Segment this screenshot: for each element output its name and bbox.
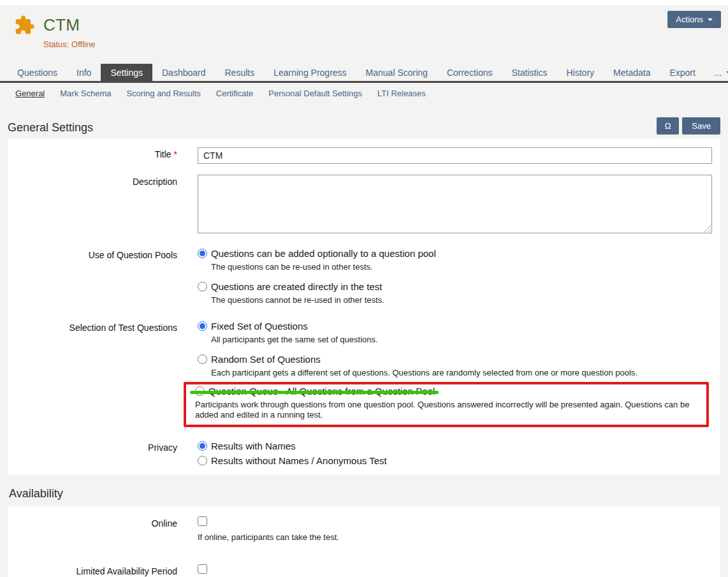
privacy-row: Privacy Results with Names Results witho…	[8, 441, 720, 466]
availability-heading: Availability	[9, 487, 728, 500]
chevron-down-icon	[708, 18, 713, 21]
tab-statistics[interactable]: Statistics	[502, 64, 557, 81]
radio-help-text: Participants work through questions from…	[195, 400, 699, 420]
radio-label: Question Queue - All Questions from a Qu…	[208, 386, 435, 397]
privacy-label: Privacy	[8, 441, 198, 453]
radio-label: Fixed Set of Questions	[211, 321, 308, 332]
selection-option-random-line: Random Set of Questions	[198, 354, 712, 365]
selection-option-queue-line: Question Queue - All Questions from a Qu…	[195, 386, 699, 397]
general-settings-toolbar: General Settings Ω Save	[0, 117, 728, 135]
results-anonymous-radio[interactable]	[198, 456, 207, 465]
general-settings-form: Title * Description Use of Question Pool…	[8, 138, 720, 475]
pool-option-optional: Questions can be added optionally to a q…	[198, 248, 712, 272]
tab-questions[interactable]: Questions	[8, 64, 67, 81]
radio-help-text: The questions can be re-used in other te…	[211, 262, 712, 272]
description-textarea[interactable]	[198, 175, 712, 233]
sub-tabbar: General Mark Schema Scoring and Results …	[0, 83, 728, 98]
subtab-general[interactable]: General	[15, 89, 45, 98]
page-header: CTM Status: Offline Actions	[0, 5, 728, 49]
radio-label: Questions are created directly in the te…	[211, 281, 382, 292]
limited-period-label: Limited Availability Period	[8, 564, 198, 576]
fixed-set-radio[interactable]	[198, 321, 207, 331]
results-with-names-radio[interactable]	[198, 441, 207, 451]
description-label: Description	[8, 175, 198, 187]
limited-period-row: Limited Availability Period	[8, 564, 720, 576]
selection-option-random: Random Set of Questions Each participant…	[198, 354, 712, 378]
privacy-anonymous-line: Results without Names / Anonymous Test	[198, 455, 712, 466]
subtab-personal-defaults[interactable]: Personal Default Settings	[268, 89, 362, 98]
pool-direct-radio[interactable]	[198, 282, 207, 291]
tab-more-label: ...	[715, 68, 722, 78]
tab-learning-progress[interactable]: Learning Progress	[264, 64, 356, 81]
status-badge: Status: Offline	[43, 40, 720, 49]
online-checkbox[interactable]	[198, 516, 207, 526]
pool-option-direct: Questions are created directly in the te…	[198, 281, 712, 305]
question-queue-radio[interactable]	[195, 386, 205, 396]
pool-option-direct-line: Questions are created directly in the te…	[198, 281, 712, 292]
tab-more[interactable]: ...	[705, 64, 728, 81]
privacy-with-names-line: Results with Names	[198, 441, 712, 451]
availability-form: Online If online, participants can take …	[8, 506, 720, 577]
question-selection-row: Selection of Test Questions Fixed Set of…	[8, 321, 720, 427]
tab-results[interactable]: Results	[215, 64, 265, 81]
random-set-radio[interactable]	[198, 354, 207, 364]
radio-label: Results without Names / Anonymous Test	[211, 455, 387, 466]
tab-settings[interactable]: Settings	[101, 64, 152, 81]
selection-option-fixed-line: Fixed Set of Questions	[198, 321, 712, 332]
question-pools-row: Use of Question Pools Questions can be a…	[8, 248, 720, 305]
radio-label: Random Set of Questions	[211, 354, 321, 365]
actions-button[interactable]: Actions	[667, 11, 721, 28]
tab-corrections[interactable]: Corrections	[437, 64, 502, 81]
subtab-certificate[interactable]: Certificate	[216, 89, 254, 98]
tab-info[interactable]: Info	[67, 64, 101, 81]
radio-help-text: Each participant gets a different set of…	[211, 368, 712, 378]
title-input[interactable]	[198, 147, 712, 164]
general-settings-heading: General Settings	[8, 121, 93, 135]
tab-dashboard[interactable]: Dashboard	[152, 64, 215, 81]
main-tabbar: Questions Info Settings Dashboard Result…	[0, 64, 728, 83]
chevron-down-icon	[726, 71, 728, 74]
description-row: Description	[8, 175, 720, 233]
page-title: CTM	[43, 15, 80, 35]
question-queue-annotation-box: Question Queue - All Questions from a Qu…	[184, 382, 709, 427]
online-label: Online	[8, 516, 198, 529]
tab-history[interactable]: History	[557, 64, 604, 81]
top-strip	[0, 0, 728, 5]
online-help-text: If online, participants can take the tes…	[198, 532, 712, 543]
subtab-scoring-results[interactable]: Scoring and Results	[126, 89, 200, 98]
puzzle-icon	[14, 15, 35, 36]
actions-button-label: Actions	[676, 15, 703, 24]
subtab-lti-releases[interactable]: LTI Releases	[377, 89, 426, 98]
radio-help-text: All participants get the same set of que…	[211, 335, 712, 345]
subtab-mark-schema[interactable]: Mark Schema	[60, 89, 111, 98]
tab-export[interactable]: Export	[660, 64, 704, 81]
selection-option-fixed: Fixed Set of Questions All participants …	[198, 321, 712, 345]
question-pools-label: Use of Question Pools	[8, 248, 198, 260]
tab-manual-scoring[interactable]: Manual Scoring	[356, 64, 437, 81]
pool-option-optional-line: Questions can be added optionally to a q…	[198, 248, 712, 259]
save-button[interactable]: Save	[682, 117, 720, 135]
limited-period-checkbox[interactable]	[198, 564, 207, 574]
title-label-text: Title	[155, 149, 171, 159]
title-label: Title *	[8, 147, 198, 159]
pool-optional-radio[interactable]	[198, 249, 207, 258]
radio-label: Questions can be added optionally to a q…	[211, 248, 436, 259]
online-row: Online If online, participants can take …	[8, 516, 720, 543]
title-row: Title *	[8, 147, 720, 164]
radio-label: Results with Names	[211, 441, 296, 451]
omega-button[interactable]: Ω	[657, 117, 680, 135]
question-selection-label: Selection of Test Questions	[8, 321, 198, 333]
required-mark: *	[174, 149, 177, 159]
radio-help-text: The questions cannot be re-used in other…	[211, 295, 712, 305]
tab-metadata[interactable]: Metadata	[604, 64, 660, 81]
